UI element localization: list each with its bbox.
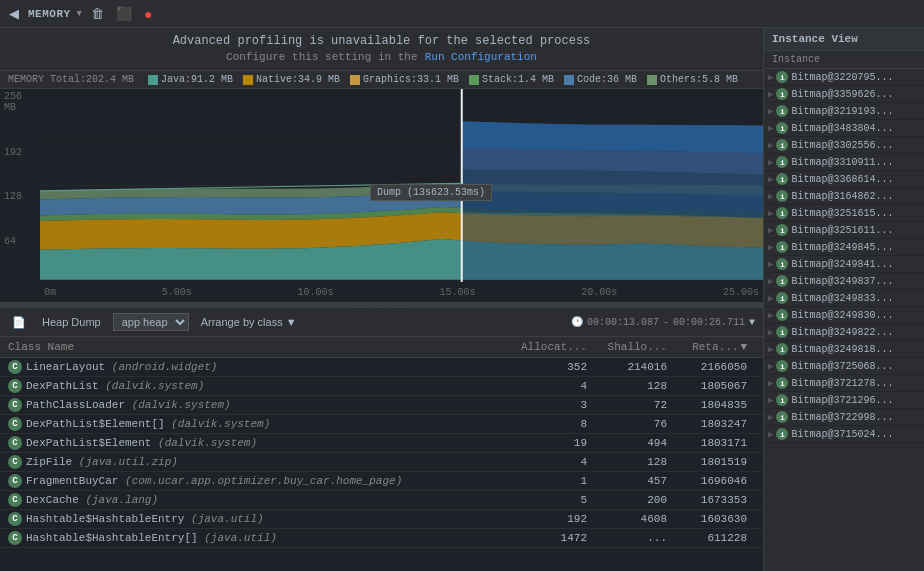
instance-list[interactable]: ▶ i Bitmap@3220795... ▶ i Bitmap@3359626… <box>764 69 924 571</box>
list-item[interactable]: ▶ i Bitmap@3220795... <box>764 69 924 86</box>
list-item[interactable]: ▶ i Bitmap@3721278... <box>764 375 924 392</box>
legend-code-color <box>564 75 574 85</box>
main-content: Advanced profiling is unavailable for th… <box>0 28 924 571</box>
list-item[interactable]: ▶ i Bitmap@3251615... <box>764 205 924 222</box>
table-row[interactable]: C LinearLayout (android.widget) 352 2140… <box>0 358 763 377</box>
expand-arrow: ▶ <box>768 242 773 253</box>
list-item[interactable]: ▶ i Bitmap@3715024... <box>764 426 924 443</box>
left-panel: Advanced profiling is unavailable for th… <box>0 28 764 571</box>
list-item[interactable]: ▶ i Bitmap@3722998... <box>764 409 924 426</box>
list-item[interactable]: ▶ i Bitmap@3251611... <box>764 222 924 239</box>
list-item[interactable]: ▶ i Bitmap@3249822... <box>764 324 924 341</box>
table-row[interactable]: C DexPathList$Element[] (dalvik.system) … <box>0 415 763 434</box>
chart-container[interactable]: 256 MB 192 128 64 <box>0 89 763 302</box>
row-shallow-0: 214016 <box>595 361 675 373</box>
table-row[interactable]: C DexPathList$Element (dalvik.system) 19… <box>0 434 763 453</box>
record-button[interactable]: ● <box>141 5 155 23</box>
list-item[interactable]: ▶ i Bitmap@3249845... <box>764 239 924 256</box>
y-label-256: 256 MB <box>4 91 36 113</box>
warning-subtitle: Configure this setting in the <box>226 51 417 63</box>
list-item[interactable]: ▶ i Bitmap@3310911... <box>764 154 924 171</box>
instance-label: Bitmap@3249818... <box>791 344 893 355</box>
instance-label: Bitmap@3249833... <box>791 293 893 304</box>
table-row[interactable]: C DexPathList (dalvik.system) 4 128 1805… <box>0 377 763 396</box>
legend-java: Java:91.2 MB <box>148 74 233 85</box>
table-row[interactable]: C Hashtable$HashtableEntry[] (java.util)… <box>0 529 763 548</box>
row-class-9: Hashtable$HashtableEntry[] (java.util) <box>26 532 515 544</box>
table-row[interactable]: C ZipFile (java.util.zip) 4 128 1801519 <box>0 453 763 472</box>
y-label-64: 64 <box>4 236 36 247</box>
instance-label: Bitmap@3310911... <box>791 157 893 168</box>
row-alloc-7: 5 <box>515 494 595 506</box>
row-icon-6: C <box>8 474 22 488</box>
list-item[interactable]: ▶ i Bitmap@3249818... <box>764 341 924 358</box>
row-alloc-6: 1 <box>515 475 595 487</box>
expand-arrow: ▶ <box>768 378 773 389</box>
list-item[interactable]: ▶ i Bitmap@3249830... <box>764 307 924 324</box>
row-shallow-9: ... <box>595 532 675 544</box>
heap-select[interactable]: app heap <box>113 313 189 331</box>
list-item[interactable]: ▶ i Bitmap@3219193... <box>764 103 924 120</box>
list-item[interactable]: ▶ i Bitmap@3483804... <box>764 120 924 137</box>
row-retain-8: 1603630 <box>675 513 755 525</box>
row-retain-9: 611228 <box>675 532 755 544</box>
heap-dump-button[interactable]: Heap Dump <box>38 314 105 330</box>
expand-arrow: ▶ <box>768 429 773 440</box>
filter-icon[interactable]: ▼ <box>749 317 755 328</box>
row-icon-7: C <box>8 493 22 507</box>
col-header-class-name: Class Name <box>8 341 515 353</box>
list-item[interactable]: ▶ i Bitmap@3368614... <box>764 171 924 188</box>
expand-arrow: ▶ <box>768 89 773 100</box>
col-header-retain[interactable]: Reta... ▼ <box>675 341 755 353</box>
table-row[interactable]: C PathClassLoader (dalvik.system) 3 72 1… <box>0 396 763 415</box>
row-icon-2: C <box>8 398 22 412</box>
x-axis-labels: 0m 5.00s 10.00s 15.00s 20.00s 25.00s <box>40 282 763 302</box>
table-header: Class Name Allocat... Shallo... Reta... … <box>0 337 763 358</box>
row-retain-2: 1804835 <box>675 399 755 411</box>
table-row[interactable]: C DexCache (java.lang) 5 200 1673353 <box>0 491 763 510</box>
instance-icon: i <box>776 88 788 100</box>
list-item[interactable]: ▶ i Bitmap@3164862... <box>764 188 924 205</box>
col-header-shallow[interactable]: Shallo... <box>595 341 675 353</box>
table-row[interactable]: C FragmentBuyCar (com.ucar.app.optimizer… <box>0 472 763 491</box>
row-shallow-7: 200 <box>595 494 675 506</box>
run-configuration-link[interactable]: Run Configuration <box>425 51 537 63</box>
table-body: C LinearLayout (android.widget) 352 2140… <box>0 358 763 571</box>
instance-icon: i <box>776 360 788 372</box>
col-header-alloc[interactable]: Allocat... <box>515 341 595 353</box>
list-item[interactable]: ▶ i Bitmap@3249833... <box>764 290 924 307</box>
row-retain-7: 1673353 <box>675 494 755 506</box>
list-item[interactable]: ▶ i Bitmap@3359626... <box>764 86 924 103</box>
legend-graphics-label: Graphics:33.1 MB <box>363 74 459 85</box>
arrange-button[interactable]: Arrange by class ▼ <box>197 314 301 330</box>
legend-others: Others:5.8 MB <box>647 74 738 85</box>
x-label-15: 15.00s <box>439 287 475 298</box>
list-item[interactable]: ▶ i Bitmap@3721296... <box>764 392 924 409</box>
list-item[interactable]: ▶ i Bitmap@3302556... <box>764 137 924 154</box>
back-button[interactable]: ◀ <box>6 5 22 22</box>
list-item[interactable]: ▶ i Bitmap@3725068... <box>764 358 924 375</box>
stop-button[interactable]: ⬛ <box>113 5 135 22</box>
delete-button[interactable]: 🗑 <box>88 5 107 22</box>
legend-code: Code:36 MB <box>564 74 637 85</box>
heap-dump-icon-button[interactable]: 📄 <box>8 314 30 331</box>
memory-total-label: MEMORY Total:202.4 MB <box>8 74 134 85</box>
row-alloc-8: 192 <box>515 513 595 525</box>
instance-icon: i <box>776 428 788 440</box>
instance-label: Bitmap@3249822... <box>791 327 893 338</box>
y-label-192: 192 <box>4 147 36 158</box>
row-shallow-1: 128 <box>595 380 675 392</box>
list-item[interactable]: ▶ i Bitmap@3249837... <box>764 273 924 290</box>
expand-arrow: ▶ <box>768 174 773 185</box>
instance-icon: i <box>776 173 788 185</box>
row-retain-4: 1803171 <box>675 437 755 449</box>
instance-icon: i <box>776 377 788 389</box>
row-icon-3: C <box>8 417 22 431</box>
table-row[interactable]: C Hashtable$HashtableEntry (java.util) 1… <box>0 510 763 529</box>
list-item[interactable]: ▶ i Bitmap@3249841... <box>764 256 924 273</box>
heap-dump-label: Heap Dump <box>42 316 101 328</box>
time-separator: - <box>663 317 669 328</box>
row-icon-9: C <box>8 531 22 545</box>
dump-tooltip: Dump (13s623.53ms) <box>370 184 492 201</box>
row-class-4: DexPathList$Element (dalvik.system) <box>26 437 515 449</box>
